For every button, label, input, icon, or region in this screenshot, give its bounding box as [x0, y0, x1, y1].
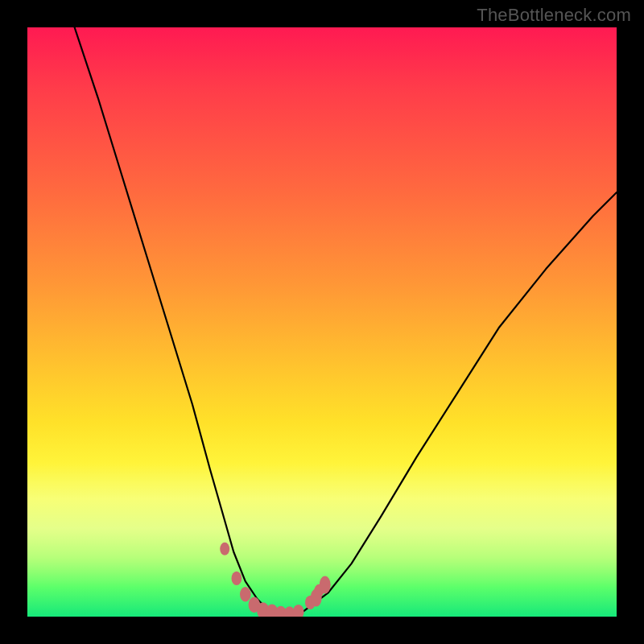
bottleneck-curve-path — [75, 27, 617, 617]
canvas-frame: TheBottleneck.com — [0, 0, 644, 644]
valley-marker — [220, 543, 229, 555]
chart-svg — [27, 27, 617, 617]
watermark-text: TheBottleneck.com — [477, 5, 631, 26]
valley-marker — [232, 572, 242, 585]
valley-marker — [293, 605, 304, 617]
valley-markers — [220, 543, 331, 617]
plot-area — [27, 27, 617, 617]
valley-marker — [240, 587, 251, 601]
curve-group — [75, 27, 617, 617]
valley-marker — [311, 589, 322, 607]
valley-marker — [320, 576, 331, 594]
